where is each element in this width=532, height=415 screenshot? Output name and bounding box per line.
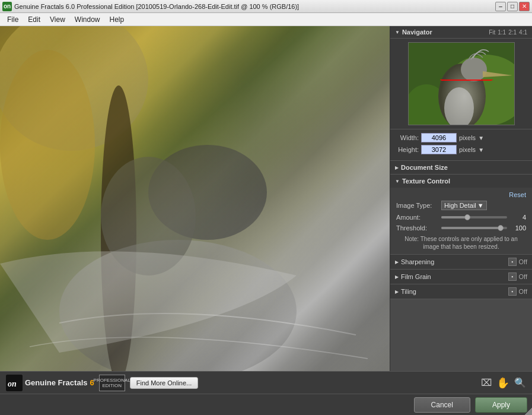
app-icon: on [2,2,12,11]
film-grain-toggle[interactable]: ▪ [508,273,517,281]
film-grain-header[interactable]: ▶ Film Grain ▪ Off [390,270,532,284]
film-grain-status: Off [519,273,527,280]
canvas-image [0,26,390,371]
threshold-value: 100 [509,224,526,232]
document-size-title: Document Size [401,164,448,171]
width-unit: pixels [459,134,476,141]
close-button[interactable]: ✕ [519,2,530,11]
document-size-section: ▶ Document Size [390,161,532,175]
nav-zoom-1-button[interactable]: 1:1 [498,29,506,36]
nav-thumbnail-svg [409,43,514,125]
texture-control-body: Reset Image Type: High Detail ▼ Amount: [390,188,532,254]
apply-button[interactable]: Apply [475,397,527,413]
film-grain-left: ▶ Film Grain [395,273,431,280]
cancel-button[interactable]: Cancel [414,397,470,413]
film-grain-right: ▪ Off [508,273,527,281]
minimize-button[interactable]: – [495,2,506,11]
menu-edit[interactable]: Edit [23,14,45,25]
sharpening-status: Off [519,258,527,265]
bottom-left: on Genuine Fractals 6 PROFESSIONAL EDITI… [6,375,198,391]
svg-point-11 [461,58,487,81]
navigator-header-left: ▼ Navigator [395,28,432,36]
navigator-zoom-buttons: Fit 1:1 2:1 4:1 [489,29,527,36]
tiling-toggle[interactable]: ▪ [508,287,517,296]
menu-help[interactable]: Help [105,14,129,25]
menu-bar: File Edit View Window Help [0,13,532,26]
height-input[interactable] [421,145,457,154]
width-row: Width: pixels ▼ [395,133,527,142]
brand-logo: on Genuine Fractals 6 [6,375,94,391]
amount-label: Amount: [396,214,438,221]
amount-slider-thumb[interactable] [464,214,470,220]
nav-thumbnail [408,42,515,125]
pro-line2: EDITION [102,383,121,388]
threshold-slider-track[interactable] [441,227,507,229]
image-type-row: Image Type: High Detail ▼ [396,201,526,210]
width-input[interactable] [421,133,457,142]
title-bar: on Genuine Fractals 6.0 Professional Edi… [0,0,532,13]
hand-tool-icon[interactable]: ✋ [496,376,509,389]
sharpening-title: Sharpening [401,258,434,265]
reset-button[interactable]: Reset [396,191,526,198]
height-unit-dropdown[interactable]: ▼ [478,147,484,153]
threshold-slider-thumb[interactable] [498,225,504,231]
zoom-tool-icon[interactable]: 🔍 [514,377,526,388]
film-grain-section: ▶ Film Grain ▪ Off [390,270,532,284]
bottom-tools: ⌧ ✋ 🔍 [481,376,526,389]
amount-slider-container: 4 [441,214,526,221]
threshold-row: Threshold: 100 [396,224,526,232]
size-fields: Width: pixels ▼ Height: pixels ▼ [390,129,532,161]
height-unit: pixels [459,146,476,153]
document-size-triangle: ▶ [395,165,399,170]
width-unit-dropdown[interactable]: ▼ [478,135,484,141]
menu-window[interactable]: Window [70,14,105,25]
navigator-title: Navigator [402,28,432,36]
film-grain-triangle: ▶ [395,274,399,280]
height-label: Height: [395,146,419,153]
image-type-label: Image Type: [396,202,438,209]
image-type-value: High Detail [444,202,476,209]
menu-view[interactable]: View [45,14,70,25]
pro-edition-badge: PROFESSIONAL EDITION [99,375,125,391]
texture-triangle: ▼ [395,179,400,184]
tiling-section: ▶ Tiling ▪ Off [390,284,532,299]
title-bar-left: on Genuine Fractals 6.0 Professional Edi… [2,2,299,11]
tiling-header[interactable]: ▶ Tiling ▪ Off [390,284,532,299]
find-online-button[interactable]: Find More Online... [130,377,199,389]
sharpening-header[interactable]: ▶ Sharpening ▪ Off [390,255,532,269]
threshold-slider-fill [441,227,501,229]
canvas-area [0,26,390,371]
right-panel: ▼ Navigator Fit 1:1 2:1 4:1 [390,26,532,371]
image-type-dropdown[interactable]: High Detail ▼ [441,201,487,210]
amount-slider-track[interactable] [441,216,507,218]
resize-handle[interactable] [525,408,532,415]
film-grain-title: Film Grain [401,273,431,280]
nav-zoom-2-button[interactable]: 2:1 [508,29,517,36]
threshold-slider-container: 100 [441,224,526,232]
navigator-header[interactable]: ▼ Navigator Fit 1:1 2:1 4:1 [390,26,532,39]
brand-icon: on [6,375,23,391]
navigator-body [390,39,532,129]
texture-control-header[interactable]: ▼ Texture Control [390,175,532,188]
nav-zoom-3-button[interactable]: 4:1 [519,29,527,36]
threshold-label: Threshold: [396,224,438,232]
texture-note: Note: These controls are only applied to… [396,235,526,251]
sharpening-toggle[interactable]: ▪ [508,258,517,266]
nav-red-line [440,80,493,80]
amount-row: Amount: 4 [396,214,526,221]
maximize-button[interactable]: □ [507,2,518,11]
brand-name: Genuine Fractals [25,378,87,387]
document-size-header[interactable]: ▶ Document Size [390,161,532,174]
sharpening-section: ▶ Sharpening ▪ Off [390,255,532,270]
sharpening-left: ▶ Sharpening [395,258,434,265]
nav-fit-button[interactable]: Fit [489,29,495,36]
texture-header-left: ▼ Texture Control [395,178,450,185]
tiling-triangle: ▶ [395,289,399,294]
sharpening-triangle: ▶ [395,259,399,265]
main-layout: ▼ Navigator Fit 1:1 2:1 4:1 [0,26,532,371]
navigator-triangle: ▼ [395,30,400,35]
crop-tool-icon[interactable]: ⌧ [481,377,492,388]
sharpening-right: ▪ Off [508,258,527,266]
brand-icon-svg: on [6,375,23,391]
menu-file[interactable]: File [2,14,23,25]
